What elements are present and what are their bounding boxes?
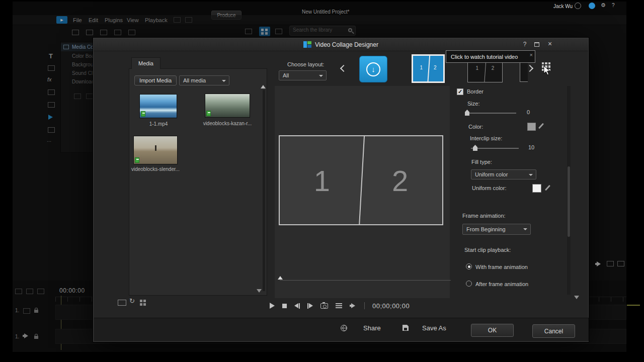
video-collage-designer-dialog: Video Collage Designer ? × Media Import …	[93, 38, 589, 342]
grid-small-icon[interactable]	[140, 300, 146, 306]
color-picker-pen-icon[interactable]	[538, 123, 544, 129]
play-icon[interactable]	[270, 303, 275, 309]
interclip-size-value: 10	[528, 144, 534, 150]
app-topbar: New Untitled Project* Jack Wu ⚙ ?	[13, 2, 626, 15]
user-name: Jack Wu	[553, 4, 573, 9]
close-icon[interactable]: ×	[546, 40, 554, 48]
start-clip-playback-label: Start clip playback:	[464, 247, 511, 253]
interclip-size-slider[interactable]	[471, 145, 519, 151]
size-value: 0	[527, 109, 530, 115]
rotate-icon[interactable]: ↻	[129, 297, 135, 305]
dialog-titlebar[interactable]: Video Collage Designer	[94, 38, 588, 51]
scrubber-marker-icon[interactable]	[278, 276, 283, 280]
playback-controls: 00;00;00;00	[270, 301, 410, 311]
timeline-marker	[627, 305, 640, 306]
template-pane-number: 2	[492, 65, 495, 70]
dialog-footer: Share Save As OK Cancel	[94, 318, 589, 341]
media-item-label: videoblocks-kazan-r...	[203, 121, 252, 126]
uniform-color-pen-icon[interactable]	[545, 185, 550, 191]
bg-volume-icon[interactable]	[595, 261, 602, 267]
media-item-label: videoblocks-slender...	[131, 166, 180, 172]
save-as-button[interactable]: Save As	[422, 324, 446, 332]
bg-panel-icon[interactable]	[607, 261, 614, 266]
volume-icon[interactable]	[350, 303, 357, 309]
preview-pane-1-number: 1	[314, 163, 330, 197]
template-pane-number: 1	[420, 64, 423, 70]
scroll-down-icon[interactable]	[257, 289, 262, 293]
frame-animation-dropdown[interactable]: From Beginning	[462, 224, 531, 235]
media-item-label: 1-1.mp4	[149, 121, 168, 127]
clip-badge-icon	[135, 157, 139, 163]
import-media-button[interactable]: Import Media	[134, 75, 177, 85]
preview-scrubber[interactable]	[280, 280, 451, 281]
media-filter-dropdown[interactable]: All media	[179, 75, 229, 85]
stop-icon[interactable]	[282, 304, 287, 308]
media-panel: Import Media All media 1-1.mp4 videobloc…	[129, 68, 267, 296]
settings-scroll-down-icon[interactable]	[574, 296, 579, 299]
cancel-button[interactable]: Cancel	[532, 324, 575, 338]
uniform-color-label: Uniform color:	[472, 185, 506, 191]
bg-panel-icon[interactable]	[617, 261, 624, 266]
app-help-icon[interactable]: ?	[612, 3, 615, 8]
uniform-color-swatch[interactable]	[532, 184, 541, 193]
media-thumbnail-beach[interactable]	[133, 136, 178, 164]
media-thumbnail-ocean[interactable]	[139, 94, 177, 118]
with-frame-animation-radio[interactable]	[466, 263, 472, 269]
tutorial-tooltip[interactable]: Click to watch tutorial video ×	[446, 50, 535, 63]
size-slider[interactable]	[466, 110, 516, 116]
collage-designer-logo-icon	[303, 41, 311, 48]
figure	[155, 145, 156, 151]
scroll-up-icon[interactable]	[261, 85, 266, 88]
maximize-icon[interactable]	[534, 42, 539, 47]
snapshot-camera-icon[interactable]	[320, 303, 328, 309]
color-label: Color:	[468, 124, 483, 130]
dialog-help-icon[interactable]: ?	[521, 41, 529, 48]
share-button[interactable]: Share	[363, 324, 381, 332]
layout-template-selected[interactable]: 1 2	[412, 54, 445, 83]
screen: New Untitled Project* Jack Wu ⚙ ? ▶ File…	[0, 0, 644, 362]
previous-frame-icon[interactable]	[294, 303, 300, 309]
layout-filter-dropdown[interactable]: All	[279, 70, 327, 80]
tooltip-text: Click to watch tutorial video	[451, 54, 518, 60]
layout-prev-icon[interactable]	[340, 65, 347, 72]
layout-filter-value: All	[283, 72, 289, 78]
mouse-cursor-icon	[543, 65, 551, 78]
notification-icon[interactable]	[589, 3, 595, 9]
media-thumbnail-gym[interactable]	[205, 94, 250, 118]
frame-animation-value: From Beginning	[466, 226, 506, 232]
after-frame-animation-radio[interactable]	[466, 281, 472, 287]
border-checkbox[interactable]	[457, 88, 463, 95]
border-label: Border	[467, 88, 484, 95]
border-color-swatch[interactable]	[527, 123, 536, 131]
settings-scrollbar[interactable]	[567, 86, 571, 295]
interclip-size-label: Interclip size:	[470, 135, 502, 141]
template-pane-number: 2	[434, 64, 437, 70]
download-templates-button[interactable]: ↓	[359, 56, 387, 82]
dialog-title: Video Collage Designer	[315, 41, 378, 48]
clip-list-icon[interactable]	[336, 303, 342, 308]
avatar-icon[interactable]	[575, 3, 581, 9]
save-as-disk-icon[interactable]	[403, 325, 409, 331]
separator	[364, 302, 365, 309]
clip-badge-icon	[141, 111, 145, 117]
size-label: Size:	[467, 101, 479, 107]
after-frame-animation-label: After frame animation	[475, 281, 528, 287]
layout-view-icon[interactable]	[118, 300, 126, 306]
media-scrollbar[interactable]	[263, 90, 265, 291]
choose-layout-label: Choose layout:	[287, 61, 324, 67]
with-frame-animation-label: With frame animation	[475, 264, 528, 270]
settings-gear-icon[interactable]: ⚙	[601, 2, 606, 9]
frame-animation-label: Frame animation:	[462, 213, 506, 219]
tooltip-close-icon[interactable]: ×	[530, 52, 533, 58]
media-filter-value: All media	[183, 77, 206, 83]
clip-badge-icon	[206, 111, 211, 116]
tab-media[interactable]: Media	[131, 57, 160, 69]
settings-scrollbar-thumb[interactable]	[568, 166, 570, 237]
preview-timecode: 00;00;00;00	[372, 302, 410, 310]
fill-type-dropdown[interactable]: Uniform color	[471, 169, 536, 179]
ok-button[interactable]: OK	[471, 324, 514, 337]
preview-collage[interactable]: 1 2	[279, 135, 443, 225]
next-frame-icon[interactable]	[307, 303, 313, 309]
fill-type-value: Uniform color	[475, 171, 508, 177]
share-globe-icon[interactable]	[341, 325, 347, 331]
